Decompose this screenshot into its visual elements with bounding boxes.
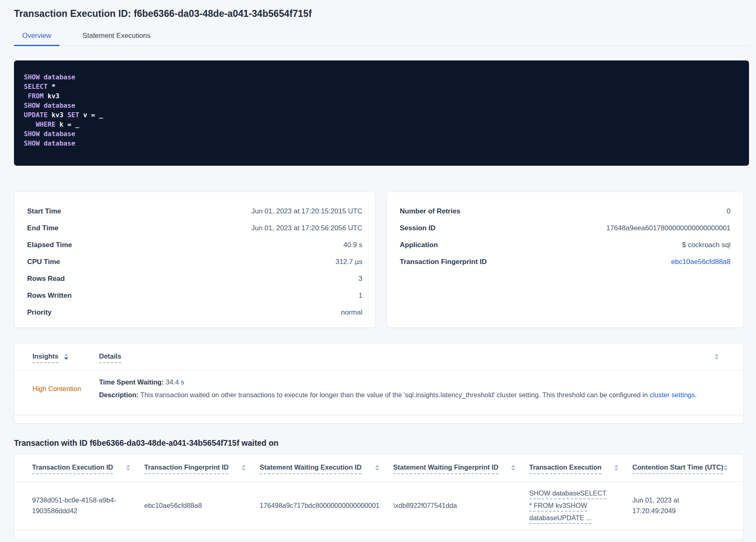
sql-text: v = _ [79, 111, 103, 119]
sort-icon[interactable] [126, 465, 130, 471]
cell-transaction-fingerprint-id: ebc10ae56cfd88a8 [144, 500, 260, 511]
sql-statements-box: SHOW databaseSELECT * FROM kv3SHOW datab… [14, 60, 749, 166]
sql-text [40, 139, 44, 147]
description-label: Description: [99, 391, 138, 398]
waiting-label: Time Spent Waiting: [99, 378, 164, 386]
transaction-execution-link[interactable]: SHOW databaseSELECT * FROM kv3SHOW datab… [529, 487, 607, 524]
priority-label: Priority [27, 308, 52, 317]
session-summary-card: Number of Retries0Session ID17648a9eea60… [387, 192, 744, 328]
cell-contention-start-time-utc: Jun 01, 2023 at 17:20:49:2049 [632, 495, 733, 516]
sort-icon[interactable] [64, 354, 68, 360]
tab-bar: OverviewStatement Executions [14, 32, 749, 46]
sql-keyword: database [44, 73, 75, 81]
kv-row-cpu-time: CPU Time312.7 µs [27, 253, 362, 270]
cluster-settings-link[interactable]: cluster settings [650, 391, 695, 398]
statement-waiting-execution-id-header-label[interactable]: Statement Waiting Execution ID [260, 463, 362, 471]
sql-statement-line: SHOW database [24, 129, 739, 139]
insight-type-badge: High Contention [32, 385, 99, 393]
sql-text [24, 92, 28, 100]
summary-cards-row: Start TimeJun 01, 2023 at 17:20:15:2015 … [14, 192, 744, 328]
kv-row-rows-written: Rows Written1 [27, 287, 362, 304]
tab-overview[interactable]: Overview [14, 32, 60, 46]
number-of-retries-label: Number of Retries [400, 207, 460, 215]
transaction-fingerprint-id-value[interactable]: ebc10ae56cfd88a8 [671, 258, 731, 266]
card-padding [14, 530, 743, 539]
sql-keyword: database [44, 130, 75, 138]
column-header-statement-waiting-fingerprint-id: Statement Waiting Fingerprint ID [393, 463, 529, 482]
cell-transaction-execution-id: 9738d051-bc0e-4158-a9b4-1903586ddd42 [32, 495, 144, 516]
rows-read-value: 3 [359, 275, 362, 283]
sort-down-arrow [126, 468, 130, 471]
elapsed-time-label: Elapsed Time [27, 241, 72, 249]
sort-icon[interactable] [511, 465, 515, 471]
sql-keyword: SHOW [24, 139, 40, 147]
end-time-value: Jun 01, 2023 at 17:20:56:2056 UTC [251, 224, 362, 232]
rows-written-value: 1 [359, 292, 362, 300]
sort-down-arrow [614, 468, 618, 471]
transaction-execution-id-header-label[interactable]: Transaction Execution ID [32, 463, 113, 471]
insights-card: Insights Details High Contention Time Sp… [14, 343, 744, 424]
number-of-retries-value: 0 [727, 207, 731, 215]
sort-icon[interactable] [715, 354, 719, 360]
rows-read-label: Rows Read [27, 275, 65, 283]
sort-icon[interactable] [242, 465, 246, 471]
sort-up-arrow [126, 465, 130, 467]
kv-row-end-time: End TimeJun 01, 2023 at 17:20:56:2056 UT… [27, 220, 362, 236]
insights-column-header[interactable]: Insights [32, 352, 58, 360]
table-row: 9738d051-bc0e-4158-a9b4-1903586ddd42ebc1… [14, 482, 743, 530]
transaction-fingerprint-id-header-label[interactable]: Transaction Fingerprint ID [144, 463, 228, 471]
session-id-value: 17648a9eea6017800000000000000001 [606, 224, 731, 232]
sort-icon[interactable] [724, 465, 728, 471]
start-time-value: Jun 01, 2023 at 17:20:15:2015 UTC [251, 207, 362, 215]
contention-start-time-utc-header-label[interactable]: Contention Start Time (UTC) [632, 463, 724, 471]
tab-label: Overview [22, 32, 51, 39]
sql-statement-line: SHOW database [24, 72, 739, 82]
sql-keyword: SHOW [24, 73, 40, 81]
waited-on-heading: Transaction with ID f6be6366-da03-48de-a… [14, 438, 744, 448]
statement-waiting-fingerprint-id-header-label[interactable]: Statement Waiting Fingerprint ID [393, 463, 498, 471]
sql-keyword: database [44, 102, 75, 109]
cell-value: ebc10ae56cfd88a8 [144, 502, 202, 509]
sql-keyword: WHERE [36, 120, 55, 128]
priority-value: normal [341, 308, 362, 317]
sql-keyword: SHOW [24, 130, 40, 138]
cell-value: \xdb8922f077541dda [393, 502, 457, 509]
details-column-header[interactable]: Details [99, 352, 121, 360]
kv-row-application: Application$ cockroach sql [400, 236, 731, 253]
kv-row-number-of-retries: Number of Retries0 [400, 203, 731, 220]
page-title: Transaction Execution ID: f6be6366-da03-… [14, 8, 744, 19]
insight-description: Description: This transaction waited on … [99, 389, 733, 401]
waiting-value: 34.4 s [164, 378, 184, 386]
sql-statement-line: SHOW database [24, 101, 739, 110]
sql-text: k = _ [55, 120, 79, 128]
cell-value: 176498a9c717bdc80000000000000001 [260, 502, 380, 509]
sql-keyword: database [44, 139, 75, 147]
waited-table-header: Transaction Execution IDTransaction Fing… [14, 463, 743, 482]
sort-icon[interactable] [614, 465, 618, 471]
sort-up-arrow [375, 465, 379, 467]
cpu-time-label: CPU Time [27, 258, 60, 266]
sql-keyword: FROM [28, 92, 44, 100]
sql-statement-line: WHERE k = _ [24, 120, 739, 129]
insight-details: Time Spent Waiting: 34.4 s Description: … [99, 376, 733, 401]
sql-text: kv3 [44, 92, 60, 100]
kv-row-elapsed-time: Elapsed Time40.9 s [27, 236, 362, 253]
sql-statement-line: SHOW database [24, 139, 739, 148]
sort-down-arrow [242, 468, 246, 471]
waited-on-table-card: Transaction Execution IDTransaction Fing… [14, 454, 744, 540]
sql-text: * [48, 83, 55, 90]
cell-value: 9738d051-bc0e-4158-a9b4-1903586ddd42 [32, 495, 122, 516]
insight-row: High Contention Time Spent Waiting: 34.4… [14, 370, 743, 401]
cell-transaction-execution: SHOW databaseSELECT * FROM kv3SHOW datab… [529, 487, 632, 524]
description-period: . [695, 391, 697, 398]
session-id-label: Session ID [400, 224, 436, 232]
sort-icon[interactable] [375, 465, 379, 471]
cell-statement-waiting-execution-id: 176498a9c717bdc80000000000000001 [260, 500, 393, 511]
sql-keyword: SELECT [24, 83, 48, 90]
sort-down-arrow [511, 468, 515, 471]
transaction-execution-header-label[interactable]: Transaction Execution [529, 463, 602, 471]
sort-down-arrow [724, 468, 728, 471]
sql-text [40, 130, 44, 138]
description-text: This transaction waited on other transac… [138, 391, 650, 398]
tab-statement-executions[interactable]: Statement Executions [83, 32, 150, 46]
